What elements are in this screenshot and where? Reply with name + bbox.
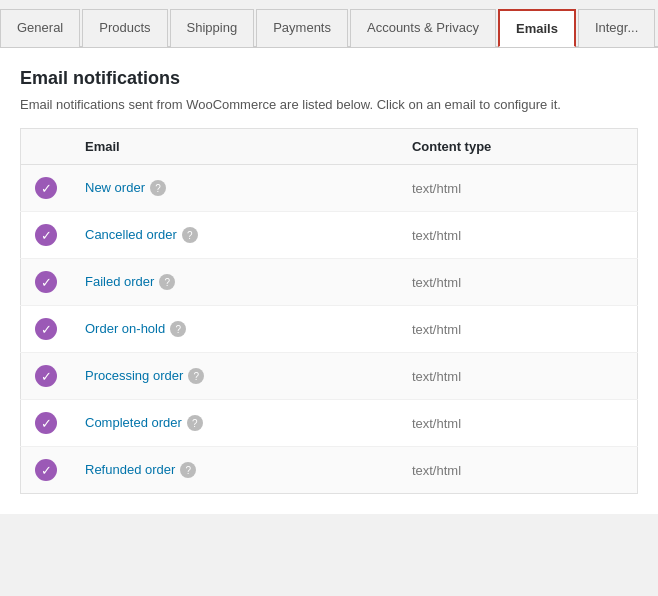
content-area: Email notifications Email notifications …	[0, 47, 658, 514]
col-header-email: Email	[71, 129, 398, 165]
content-type-cell: text/html	[398, 447, 638, 494]
content-type-cell: text/html	[398, 259, 638, 306]
status-cell: ✓	[21, 212, 72, 259]
email-link-order-on-hold[interactable]: Order on-hold	[85, 321, 165, 336]
check-icon: ✓	[35, 412, 57, 434]
page-title: Email notifications	[20, 68, 638, 89]
status-cell: ✓	[21, 306, 72, 353]
table-body: ✓New order?text/html✓Cancelled order?tex…	[21, 165, 638, 494]
tab-emails[interactable]: Emails	[498, 9, 576, 47]
email-name-cell: Processing order?	[71, 353, 398, 400]
email-link-completed-order[interactable]: Completed order	[85, 415, 182, 430]
col-header-icon	[21, 129, 72, 165]
check-icon: ✓	[35, 365, 57, 387]
check-icon: ✓	[35, 318, 57, 340]
status-cell: ✓	[21, 400, 72, 447]
email-link-cancelled-order[interactable]: Cancelled order	[85, 227, 177, 242]
tab-integr[interactable]: Integr...	[578, 9, 655, 47]
tabs-bar: GeneralProductsShippingPaymentsAccounts …	[0, 0, 658, 47]
table-row: ✓Failed order?text/html	[21, 259, 638, 306]
help-icon[interactable]: ?	[180, 462, 196, 478]
tab-payments[interactable]: Payments	[256, 9, 348, 47]
email-name-cell: Failed order?	[71, 259, 398, 306]
help-icon[interactable]: ?	[159, 274, 175, 290]
tab-accounts-privacy[interactable]: Accounts & Privacy	[350, 9, 496, 47]
check-icon: ✓	[35, 224, 57, 246]
email-name-cell: Order on-hold?	[71, 306, 398, 353]
table-row: ✓Processing order?text/html	[21, 353, 638, 400]
content-type-cell: text/html	[398, 353, 638, 400]
content-type-cell: text/html	[398, 306, 638, 353]
table-row: ✓New order?text/html	[21, 165, 638, 212]
status-cell: ✓	[21, 353, 72, 400]
email-name-cell: Completed order?	[71, 400, 398, 447]
check-icon: ✓	[35, 177, 57, 199]
check-icon: ✓	[35, 271, 57, 293]
table-row: ✓Cancelled order?text/html	[21, 212, 638, 259]
col-header-content-type: Content type	[398, 129, 638, 165]
email-link-processing-order[interactable]: Processing order	[85, 368, 183, 383]
tabs-container: GeneralProductsShippingPaymentsAccounts …	[0, 0, 658, 514]
status-cell: ✓	[21, 165, 72, 212]
page-description: Email notifications sent from WooCommerc…	[20, 97, 638, 112]
table-head: Email Content type	[21, 129, 638, 165]
content-type-cell: text/html	[398, 400, 638, 447]
email-link-failed-order[interactable]: Failed order	[85, 274, 154, 289]
email-name-cell: Refunded order?	[71, 447, 398, 494]
check-icon: ✓	[35, 459, 57, 481]
table-row: ✓Refunded order?text/html	[21, 447, 638, 494]
content-type-cell: text/html	[398, 165, 638, 212]
status-cell: ✓	[21, 259, 72, 306]
email-table: Email Content type ✓New order?text/html✓…	[20, 128, 638, 494]
tab-shipping[interactable]: Shipping	[170, 9, 255, 47]
tab-products[interactable]: Products	[82, 9, 167, 47]
help-icon[interactable]: ?	[182, 227, 198, 243]
email-link-refunded-order[interactable]: Refunded order	[85, 462, 175, 477]
help-icon[interactable]: ?	[187, 415, 203, 431]
tab-general[interactable]: General	[0, 9, 80, 47]
help-icon[interactable]: ?	[150, 180, 166, 196]
table-row: ✓Completed order?text/html	[21, 400, 638, 447]
content-type-cell: text/html	[398, 212, 638, 259]
email-link-new-order[interactable]: New order	[85, 180, 145, 195]
status-cell: ✓	[21, 447, 72, 494]
table-row: ✓Order on-hold?text/html	[21, 306, 638, 353]
help-icon[interactable]: ?	[188, 368, 204, 384]
email-name-cell: New order?	[71, 165, 398, 212]
help-icon[interactable]: ?	[170, 321, 186, 337]
email-name-cell: Cancelled order?	[71, 212, 398, 259]
